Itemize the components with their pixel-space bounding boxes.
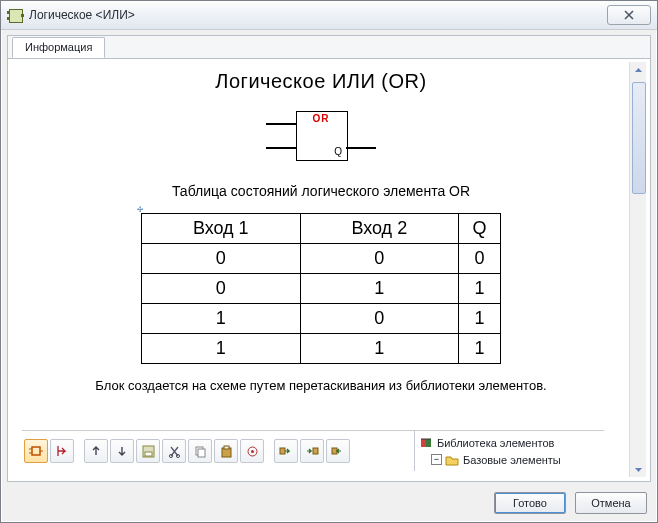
description-text: Блок создается на схеме путем перетаскив… [32,378,610,393]
expander-icon[interactable]: − [431,454,442,465]
col-header-q: Q [459,214,501,244]
truth-table-wrap: ✢ Вход 1 Вход 2 Q 0 0 0 0 [141,213,501,364]
dialog-window: Логическое <ИЛИ> Информация Логическое И… [0,0,658,523]
window-title: Логическое <ИЛИ> [29,8,135,22]
content-viewport: Логическое ИЛИ (OR) OR Q Таблица состоян… [12,62,646,477]
toolbar-btn-target-icon[interactable] [240,439,264,463]
gate-label: OR [296,113,346,124]
scroll-thumb[interactable] [632,82,646,194]
toolbar-btn-arrow-up-icon[interactable] [84,439,108,463]
svg-rect-0 [32,447,40,455]
svg-rect-14 [280,448,285,454]
toolbar-btn-connect-3-icon[interactable] [326,439,350,463]
toolbar-btn-copy-icon[interactable] [188,439,212,463]
table-row: 1 1 1 [142,334,501,364]
table-row: 0 1 1 [142,274,501,304]
svg-rect-5 [145,452,152,456]
cancel-button[interactable]: Отмена [575,492,647,514]
toolbar-btn-connect-2-icon[interactable] [300,439,324,463]
tab-information[interactable]: Информация [12,37,105,58]
truth-table: Вход 1 Вход 2 Q 0 0 0 0 1 1 [141,213,501,364]
toolbar-btn-insert-icon[interactable] [50,439,74,463]
client-panel: Информация Логическое ИЛИ (OR) OR Q Табл… [7,35,651,482]
toolbar-btn-save-icon[interactable] [136,439,160,463]
svg-point-13 [251,450,254,453]
tree-root-label: Библиотека элементов [437,437,554,449]
library-tree[interactable]: Библиотека элементов − Базовые элементы [414,431,604,471]
toolbar-btn-paste-icon[interactable] [214,439,238,463]
tree-root[interactable]: Библиотека элементов [419,434,600,451]
col-header-in1: Вход 1 [142,214,301,244]
col-header-in2: Вход 2 [300,214,459,244]
tree-node[interactable]: − Базовые элементы [419,451,600,468]
titlebar[interactable]: Логическое <ИЛИ> [1,1,657,30]
svg-rect-11 [224,446,229,449]
table-header-row: Вход 1 Вход 2 Q [142,214,501,244]
lower-pane: Библиотека элементов − Базовые элементы [22,430,604,471]
svg-rect-15 [313,448,318,454]
toolbar-btn-cut-icon[interactable] [162,439,186,463]
page-title: Логическое ИЛИ (OR) [32,70,610,93]
tree-node-label: Базовые элементы [463,454,561,466]
scroll-down-icon[interactable] [630,461,646,477]
toolbar [22,431,414,471]
toolbar-btn-connect-1-icon[interactable] [274,439,298,463]
anchor-mark-icon: ✢ [137,203,143,214]
svg-rect-9 [198,449,205,457]
dialog-button-bar: Готово Отмена [488,492,647,514]
table-row: 0 0 0 [142,244,501,274]
vertical-scrollbar[interactable] [629,62,646,477]
table-caption: Таблица состояний логического элемента O… [32,183,610,199]
ok-button[interactable]: Готово [494,492,566,514]
app-icon [7,7,23,23]
toolbar-btn-block-icon[interactable] [24,439,48,463]
or-gate-diagram: OR Q [256,105,386,169]
document-body: Логическое ИЛИ (OR) OR Q Таблица состоян… [12,62,630,477]
table-row: 1 0 1 [142,304,501,334]
tabstrip: Информация [8,36,650,59]
toolbar-btn-arrow-down-icon[interactable] [110,439,134,463]
close-button[interactable] [607,5,651,25]
folder-icon [445,453,459,467]
scroll-up-icon[interactable] [630,62,646,78]
book-icon [419,436,433,450]
gate-output-label: Q [334,146,342,157]
